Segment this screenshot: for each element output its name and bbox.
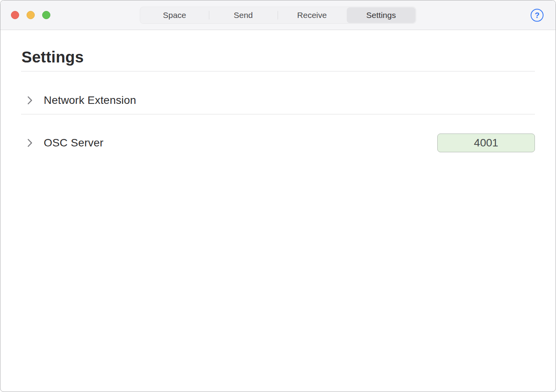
titlebar[interactable]: Space Send Receive Settings ? (0, 0, 556, 30)
chevron-right-icon[interactable] (26, 137, 34, 148)
network-extension-label: Network Extension (44, 93, 136, 108)
tab-send[interactable]: Send (209, 7, 278, 23)
osc-server-label: OSC Server (44, 135, 103, 150)
help-button[interactable]: ? (531, 9, 544, 21)
tab-bar: Space Send Receive Settings (140, 7, 416, 24)
tab-settings[interactable]: Settings (347, 7, 415, 23)
row-network-extension[interactable]: Network Extension (21, 71, 535, 114)
tab-receive[interactable]: Receive (278, 7, 346, 23)
row-osc-server[interactable]: OSC Server (21, 114, 535, 160)
app-window: Space Send Receive Settings ? Settings N… (0, 0, 556, 392)
traffic-lights (11, 0, 50, 30)
zoom-button[interactable] (42, 11, 50, 19)
chevron-right-icon[interactable] (26, 95, 34, 106)
page-title: Settings (21, 48, 535, 66)
question-mark-icon: ? (535, 11, 539, 19)
tab-space[interactable]: Space (140, 7, 209, 23)
osc-port-input[interactable] (437, 134, 535, 152)
close-button[interactable] (11, 11, 19, 19)
minimize-button[interactable] (27, 11, 35, 19)
settings-pane: Settings Network Extension OSC Server (0, 48, 556, 160)
